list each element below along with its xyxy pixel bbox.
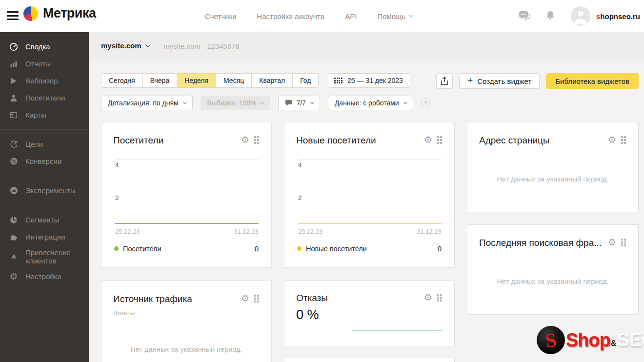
chevron-down-icon <box>145 42 150 47</box>
sidebar-item-integrations[interactable]: Интеграции <box>0 228 89 245</box>
widget-drag-handle-icon[interactable] <box>254 295 262 302</box>
no-data-message: Нет данных за указанный период. <box>467 175 638 183</box>
user-name[interactable]: shopnseo.ru <box>596 12 640 20</box>
chevron-down-icon <box>409 13 413 17</box>
user-avatar[interactable] <box>571 6 590 26</box>
widget-title: Новые посетители <box>296 135 376 146</box>
widget-drag-handle-icon[interactable] <box>621 136 628 144</box>
nav-help[interactable]: Помощь <box>377 12 412 20</box>
nav-account-settings[interactable]: Настройка аккаунта <box>257 12 324 20</box>
gear-icon: ⚙ <box>9 272 19 281</box>
widget-gear-icon[interactable]: ⚙ <box>424 135 432 144</box>
sidebar-item-settings[interactable]: ⚙ Настройка <box>0 268 89 285</box>
svg-text:ab: ab <box>11 188 16 193</box>
nav-api[interactable]: API <box>345 12 357 20</box>
widget-drag-handle-icon[interactable] <box>437 136 444 144</box>
detail-filter-button[interactable]: Детализация: по дням <box>101 96 193 110</box>
widget-gear-icon[interactable]: ⚙ <box>608 135 616 144</box>
main-content: mysite.com mysite.com · 12345678 Сегодня… <box>89 32 644 362</box>
legend-value: 0 <box>438 244 442 253</box>
widget-drag-handle-icon[interactable] <box>254 136 262 144</box>
widget-bounces: Отказы ⚙ 0 % <box>284 281 455 346</box>
period-year-button[interactable]: Год <box>292 73 319 88</box>
gridline <box>115 192 259 192</box>
metrica-logo[interactable]: Метрика <box>23 6 96 21</box>
ab-icon: ab <box>9 186 19 195</box>
widget-traffic-source: Источник трафика ⚙ Визиты Нет данных за … <box>101 281 272 362</box>
top-navigation: Счетчики Настройка аккаунта API Помощь <box>205 0 412 32</box>
period-quarter-button[interactable]: Квартал <box>251 73 293 88</box>
period-week-button[interactable]: Неделя <box>177 73 216 88</box>
series-dot-icon <box>114 246 119 251</box>
sidebar-item-reports[interactable]: Отчеты <box>0 55 89 72</box>
flame-icon <box>9 252 19 261</box>
chat-icon[interactable] <box>518 10 532 22</box>
sidebar: Сводка Отчеты Вебвизор Посетители Карты <box>0 32 89 362</box>
sidebar-item-visitors[interactable]: Посетители <box>0 89 89 106</box>
help-question-icon[interactable]: ? <box>421 99 430 107</box>
widget-visitors: Посетители ⚙ 4 2 25.12.23 31.12.23 Посет… <box>101 122 272 268</box>
breadcrumb-strip: mysite.com mysite.com · 12345678 <box>89 32 644 60</box>
widget-gear-icon[interactable]: ⚙ <box>241 294 249 303</box>
filter-toolbar: Детализация: по дням Выборка: 100% 7/7 Д… <box>101 96 430 110</box>
legend-value: 0 <box>255 244 259 253</box>
sidebar-group-goals: Цели Конверсии <box>0 130 89 176</box>
percent-icon <box>9 157 19 166</box>
chevron-down-icon <box>310 100 314 104</box>
sidebar-item-conversions[interactable]: Конверсии <box>0 153 89 170</box>
export-button[interactable] <box>436 73 453 89</box>
sampling-filter-button[interactable]: Выборка: 100% <box>201 96 271 110</box>
widget-gear-icon[interactable]: ⚙ <box>608 238 616 247</box>
period-toolbar: Сегодня Вчера Неделя Месяц Квартал Год 2… <box>101 73 410 88</box>
widget-title: Отказы <box>296 293 328 303</box>
period-yesterday-button[interactable]: Вчера <box>142 73 178 88</box>
widget-drag-handle-icon[interactable] <box>437 294 444 302</box>
sidebar-item-maps[interactable]: Карты <box>0 106 89 123</box>
sidebar-group-experiments: ab Эксперименты <box>0 176 89 205</box>
sidebar-item-customer-acquisition[interactable]: Привлечение клиентов <box>0 245 89 268</box>
widget-partial <box>284 358 455 362</box>
xlabel-start: 25.12.23 <box>115 228 140 235</box>
layout-icon <box>9 111 19 120</box>
counter-info: mysite.com · 12345678 <box>163 42 240 50</box>
xlabel-start: 25.12.23 <box>298 228 323 235</box>
series-dot-icon <box>297 246 302 251</box>
widget-gear-icon[interactable]: ⚙ <box>241 135 249 144</box>
plus-icon: + <box>467 75 473 86</box>
sidebar-item-experiments[interactable]: ab Эксперименты <box>0 182 89 199</box>
bounces-sparkline <box>352 330 442 331</box>
series-line-visitors <box>115 223 259 224</box>
hamburger-menu-icon[interactable] <box>7 11 19 21</box>
person-icon <box>9 94 19 102</box>
sidebar-item-segments[interactable]: Сегменты <box>0 211 89 228</box>
gridline <box>298 159 442 160</box>
widget-title: Источник трафика <box>113 294 192 304</box>
sidebar-item-summary[interactable]: Сводка <box>0 38 89 55</box>
chevron-down-icon <box>403 100 407 104</box>
data-mode-filter-button[interactable]: Данные: с роботами <box>328 96 413 110</box>
sidebar-item-goals[interactable]: Цели <box>0 136 89 153</box>
export-icon <box>441 77 448 85</box>
notifications-bell-icon[interactable] <box>544 10 558 22</box>
sidebar-item-webvisor[interactable]: Вебвизор <box>0 72 89 89</box>
widget-last-search-phrase: Последняя поисковая фра... ⚙ Нет данных … <box>467 224 639 315</box>
chevron-down-icon <box>182 100 186 104</box>
date-range-button[interactable]: 25 — 31 дек 2023 <box>327 73 410 88</box>
widget-gear-icon[interactable]: ⚙ <box>424 293 432 302</box>
widget-library-button[interactable]: Библиотека виджетов <box>546 73 639 89</box>
ytick-4: 4 <box>298 161 302 169</box>
days-filter-button[interactable]: 7/7 <box>278 96 320 110</box>
period-today-button[interactable]: Сегодня <box>101 73 143 88</box>
period-month-button[interactable]: Месяц <box>216 73 252 88</box>
shop-seo-watermark: S Shop & SEO <box>537 326 644 354</box>
play-icon <box>9 77 19 85</box>
nav-counters[interactable]: Счетчики <box>205 12 236 20</box>
widget-drag-handle-icon[interactable] <box>621 239 628 246</box>
create-widget-button[interactable]: +Создать виджет <box>459 73 540 89</box>
widget-new-visitors: Новые посетители ⚙ 4 2 25.12.23 31.12.23… <box>284 122 455 268</box>
ytick-2: 2 <box>298 194 302 201</box>
sidebar-group-settings: Сегменты Интеграции Привлечение клиентов… <box>0 205 89 291</box>
legend-row[interactable]: Посетители 0 <box>114 244 259 253</box>
legend-row[interactable]: Новые посетители 0 <box>297 244 442 253</box>
site-selector[interactable]: mysite.com <box>101 41 149 50</box>
